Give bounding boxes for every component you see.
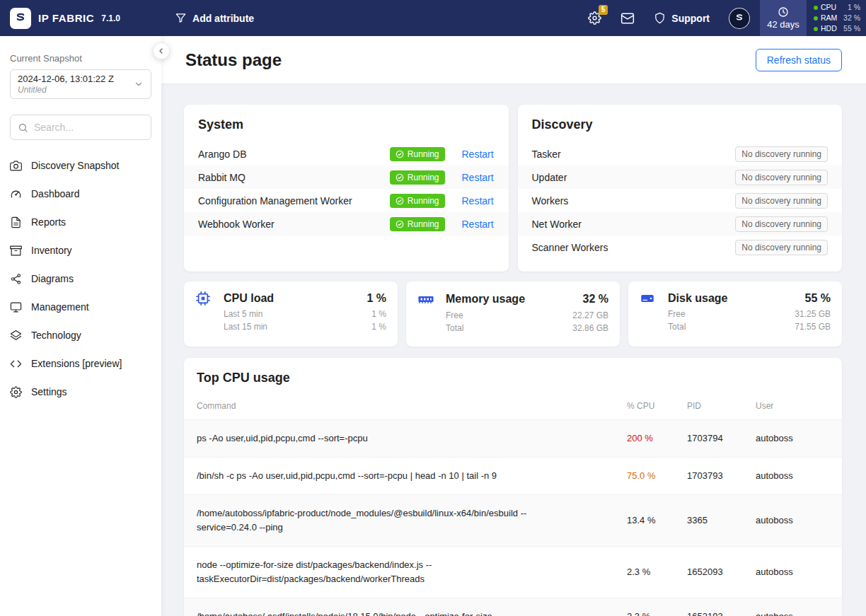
top-bar: IP FABRIC 7.1.0 Add attribute 5 Support <box>0 0 866 36</box>
hard-disk-icon <box>640 291 668 306</box>
running-status-badge: Running <box>390 217 445 231</box>
stat-card-value: 1 % <box>366 292 386 305</box>
restart-link[interactable]: Restart <box>462 149 495 160</box>
ram-icon <box>417 291 446 308</box>
hdd-stat-value: 55 % <box>843 24 860 33</box>
snapshot-select[interactable]: 2024-12-06, 13:01:22 Z Untitled <box>10 69 151 99</box>
service-row: Configuration Management Worker Running … <box>184 189 509 212</box>
sidebar-item-diagrams[interactable]: Diagrams <box>10 265 151 293</box>
top-cpu-table: Command % CPU PID User ps -Ao user,uid,p… <box>184 397 842 616</box>
disk-usage-card: Disk usage 55 % Free 31.25 GB Total 71.5… <box>628 281 842 347</box>
gear-icon <box>10 386 22 398</box>
license-days-label: 42 days <box>767 19 799 30</box>
page-title: Status page <box>185 50 282 70</box>
brand-version: 7.1.0 <box>101 13 120 23</box>
check-circle-icon <box>396 220 404 228</box>
stat-line: Total 32.86 GB <box>446 323 608 333</box>
stat-card-title: Disk usage <box>668 292 805 305</box>
camera-icon <box>10 160 22 172</box>
sidebar-item-reports[interactable]: Reports <box>10 208 151 236</box>
column-header-user: User <box>743 397 842 420</box>
avatar[interactable] <box>729 8 750 29</box>
cpu-cell: 2.3 % <box>614 547 674 598</box>
service-row: Webhook Worker Running Restart <box>184 212 509 236</box>
services-gear-button[interactable]: 5 <box>588 11 601 25</box>
cpu-stat: CPU 1 % <box>814 3 860 12</box>
table-row: /home/autoboss/ipfabric-product/node_mod… <box>184 495 842 547</box>
sidebar-item-settings[interactable]: Settings <box>10 378 151 406</box>
user-cell: autoboss <box>743 495 842 547</box>
sidebar-item-label: Settings <box>31 386 67 397</box>
check-circle-icon <box>396 173 404 182</box>
chevron-down-icon <box>134 79 144 89</box>
sidebar-item-dashboard[interactable]: Dashboard <box>10 180 151 208</box>
running-status-badge: Running <box>390 194 445 208</box>
notifications-badge: 5 <box>599 5 608 15</box>
license-days-button[interactable]: 42 days <box>760 0 807 36</box>
sidebar-item-discovery-snapshot[interactable]: Discovery Snapshot <box>10 151 151 180</box>
service-row: Updater No discovery running <box>518 165 843 189</box>
sidebar-collapse-button[interactable] <box>153 42 170 59</box>
stat-line-value: 1 % <box>371 309 386 319</box>
stat-card-value: 32 % <box>583 293 608 306</box>
table-header-row: Command % CPU PID User <box>184 397 842 420</box>
archive-box-icon <box>10 245 22 257</box>
stat-card-title: CPU load <box>224 292 366 305</box>
ipfabric-logo <box>10 8 31 29</box>
cpu-cell: 2.3 % <box>614 598 674 616</box>
stat-line-value: 22.27 GB <box>572 310 608 320</box>
restart-link[interactable]: Restart <box>462 172 495 183</box>
column-header-cpu: % CPU <box>614 397 674 420</box>
sidebar-item-technology[interactable]: Technology <box>10 321 151 349</box>
snapshot-name: Untitled <box>18 85 134 95</box>
cpu-stat-label: CPU <box>821 3 836 12</box>
refresh-status-button[interactable]: Refresh status <box>756 49 842 71</box>
cpu-chip-icon <box>195 291 224 306</box>
hdd-stat: HDD 55 % <box>814 24 860 33</box>
pid-cell: 1703794 <box>674 420 743 458</box>
sidebar-item-extensions[interactable]: Extensions [preview] <box>10 349 151 378</box>
support-button[interactable]: Support <box>654 12 710 24</box>
table-row: ps -Ao user,uid,pid,pcpu,cmd --sort=-pcp… <box>184 420 842 458</box>
pid-cell: 1652093 <box>674 547 743 598</box>
restart-link[interactable]: Restart <box>462 219 495 230</box>
sidebar-item-label: Inventory <box>31 245 72 256</box>
service-name: Workers <box>532 195 736 207</box>
pid-cell: 1652193 <box>674 598 743 616</box>
sidebar-item-inventory[interactable]: Inventory <box>10 236 151 265</box>
discovery-card: Discovery Tasker No discovery running Up… <box>518 105 843 272</box>
page-content: System Arango DB Running Restart Rabbit … <box>161 83 866 616</box>
running-status-badge: Running <box>390 170 445 185</box>
network-share-icon <box>10 273 22 285</box>
status-dot <box>814 16 818 21</box>
user-cell: autoboss <box>743 458 842 495</box>
pid-cell: 1703793 <box>674 458 743 495</box>
sidebar-item-management[interactable]: Management <box>10 293 151 321</box>
add-attribute-label: Add attribute <box>192 13 254 24</box>
search-icon <box>18 122 28 133</box>
system-resource-stats: CPU 1 % RAM 32 % HDD 55 % <box>814 3 860 33</box>
stat-line-label: Total <box>446 323 572 333</box>
sidebar-item-label: Technology <box>31 330 81 341</box>
user-cell: autoboss <box>743 547 842 598</box>
command-cell: ps -Ao user,uid,pid,pcpu,cmd --sort=-pcp… <box>184 420 614 458</box>
discovery-card-title: Discovery <box>518 116 843 142</box>
table-row: /home/autoboss/.asdf/installs/nodejs/18.… <box>184 598 842 616</box>
stat-line: Total 71.55 GB <box>668 322 831 332</box>
stat-card-value: 55 % <box>805 292 831 305</box>
messages-button[interactable] <box>620 11 635 25</box>
search-input[interactable] <box>34 122 144 133</box>
cpu-cell: 75.0 % <box>614 458 674 495</box>
status-dot <box>814 6 818 10</box>
no-discovery-badge: No discovery running <box>735 170 828 185</box>
top-cpu-usage-title: Top CPU usage <box>184 371 842 397</box>
stat-line-label: Free <box>668 309 795 319</box>
stat-line-label: Last 15 min <box>224 322 371 332</box>
status-dot <box>814 27 818 31</box>
restart-link[interactable]: Restart <box>462 195 495 207</box>
command-cell: /home/autoboss/ipfabric-product/node_mod… <box>184 495 614 547</box>
ram-stat-label: RAM <box>821 13 837 23</box>
add-attribute-button[interactable]: Add attribute <box>175 13 254 24</box>
code-brackets-icon <box>10 358 22 370</box>
service-name: Arango DB <box>198 149 390 160</box>
